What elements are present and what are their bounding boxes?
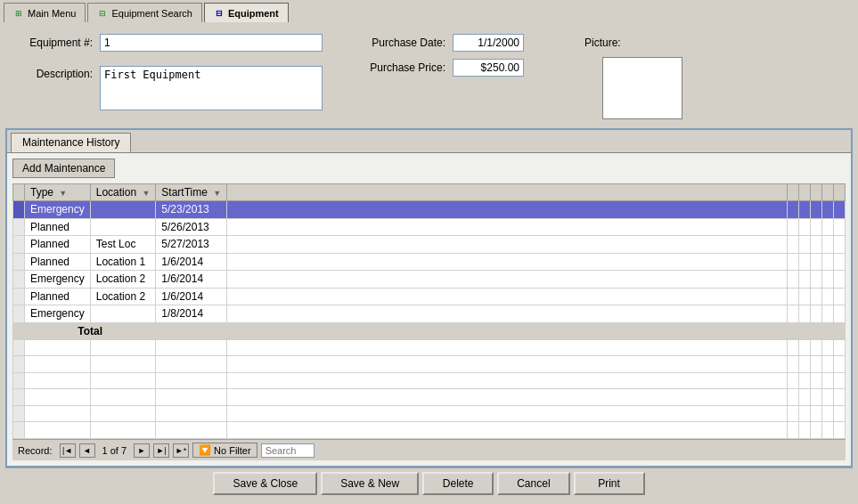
empty-cell <box>13 389 25 405</box>
cell-starttime[interactable]: 1/6/2014 <box>156 253 227 271</box>
save-close-button[interactable]: Save & Close <box>213 472 317 495</box>
cell-starttime[interactable]: 5/26/2013 <box>156 218 227 236</box>
cell-extra <box>834 253 846 271</box>
empty-row <box>13 356 846 372</box>
table-wrapper: Type ▼ Location ▼ StartTime ▼ <box>12 183 846 439</box>
cell-type[interactable]: Planned <box>25 218 91 236</box>
purchase-price-input[interactable] <box>453 59 524 77</box>
cell-starttime[interactable]: 1/6/2014 <box>156 271 227 289</box>
empty-cell <box>834 372 846 388</box>
save-new-button[interactable]: Save & New <box>321 472 419 495</box>
cell-extra <box>811 218 822 236</box>
cell-type[interactable]: Emergency <box>25 201 91 219</box>
maintenance-history-tab[interactable]: Maintenance History <box>11 133 131 152</box>
extra-col3 <box>799 184 811 201</box>
empty-cell <box>834 340 846 356</box>
no-filter-button[interactable]: 🔽 No Filter <box>192 443 257 458</box>
tab-equipment-label: Equipment <box>228 8 279 19</box>
table-row[interactable]: PlannedTest Loc5/27/2013 <box>13 236 846 254</box>
form-area: Equipment #: Purchase Date: Picture: Des… <box>5 28 853 125</box>
nav-new-button[interactable]: ►* <box>173 443 189 458</box>
table-row[interactable]: Emergency5/23/2013 <box>13 201 846 219</box>
nav-next-button[interactable]: ► <box>134 443 150 458</box>
tab-equipment-search-label: Equipment Search <box>111 8 192 19</box>
tab-equipment[interactable]: ⊟ Equipment <box>204 3 289 22</box>
cell-location[interactable] <box>90 218 156 236</box>
empty-cell <box>811 372 822 388</box>
purchase-date-label: Purchase Date: <box>365 37 445 49</box>
table-row[interactable]: Planned5/26/2013 <box>13 218 846 236</box>
cell-extra <box>799 236 811 254</box>
empty-cell <box>788 356 799 372</box>
empty-cell <box>788 372 799 388</box>
empty-cell <box>799 356 811 372</box>
add-maintenance-button[interactable]: Add Maintenance <box>12 159 115 178</box>
tab-equipment-search[interactable]: ⊟ Equipment Search <box>87 3 202 22</box>
table-row[interactable]: EmergencyLocation 21/6/2014 <box>13 271 846 289</box>
tab-main-menu[interactable]: ⊞ Main Menu <box>4 3 86 22</box>
empty-cell <box>13 356 25 372</box>
record-info: 1 of 7 <box>102 445 127 456</box>
location-column-header[interactable]: Location ▼ <box>90 184 156 201</box>
cell-extra <box>834 288 846 305</box>
delete-button[interactable]: Delete <box>422 472 494 495</box>
purchase-date-input[interactable] <box>453 34 524 52</box>
empty-cell <box>13 405 25 421</box>
empty-cell <box>799 405 811 421</box>
empty-cell <box>822 356 834 372</box>
cell-location[interactable]: Location 2 <box>90 288 156 305</box>
maintenance-table: Type ▼ Location ▼ StartTime ▼ <box>12 183 846 439</box>
table-header: Type ▼ Location ▼ StartTime ▼ <box>13 184 846 201</box>
empty-cell <box>811 389 822 405</box>
cell-extra <box>834 218 846 236</box>
print-button[interactable]: Print <box>574 472 645 495</box>
cell-type[interactable]: Planned <box>25 253 91 271</box>
extra-col1 <box>227 184 788 201</box>
cell-extra <box>822 305 834 323</box>
cancel-button[interactable]: Cancel <box>497 472 569 495</box>
cell-extra <box>811 271 822 289</box>
empty-cell <box>90 422 156 439</box>
extra-col4 <box>811 184 822 201</box>
nav-prev-button[interactable]: ◄ <box>79 443 95 458</box>
total-extra <box>834 322 846 340</box>
empty-cell <box>811 356 822 372</box>
empty-cell <box>834 356 846 372</box>
cell-extra <box>811 288 822 305</box>
search-input[interactable] <box>261 443 315 458</box>
cell-type[interactable]: Planned <box>25 236 91 254</box>
empty-cell <box>25 405 91 421</box>
cell-type[interactable]: Planned <box>25 288 91 305</box>
table-row[interactable]: PlannedLocation 11/6/2014 <box>13 253 846 271</box>
cell-extra <box>227 218 788 236</box>
nav-first-button[interactable]: |◄ <box>60 443 76 458</box>
nav-last-button[interactable]: ►| <box>153 443 169 458</box>
empty-cell <box>25 340 91 356</box>
row-selector <box>13 271 25 289</box>
type-column-header[interactable]: Type ▼ <box>25 184 91 201</box>
purchase-price-label: Purchase Price: <box>365 61 445 74</box>
cell-type[interactable]: Emergency <box>25 305 91 323</box>
cell-starttime[interactable]: 1/8/2014 <box>156 305 227 323</box>
extra-col5 <box>822 184 834 201</box>
cell-location[interactable] <box>90 305 156 323</box>
table-row[interactable]: PlannedLocation 21/6/2014 <box>13 288 846 305</box>
cell-extra <box>799 218 811 236</box>
cell-extra <box>799 288 811 305</box>
cell-location[interactable]: Location 2 <box>90 271 156 289</box>
table-row[interactable]: Emergency1/8/2014 <box>13 305 846 323</box>
empty-cell <box>227 340 788 356</box>
cell-type[interactable]: Emergency <box>25 271 91 289</box>
equipment-number-input[interactable] <box>100 34 323 52</box>
cell-extra <box>799 305 811 323</box>
starttime-column-header[interactable]: StartTime ▼ <box>156 184 227 201</box>
total-extra <box>788 322 799 340</box>
cell-location[interactable] <box>90 201 156 219</box>
cell-location[interactable]: Test Loc <box>90 236 156 254</box>
cell-location[interactable]: Location 1 <box>90 253 156 271</box>
cell-starttime[interactable]: 5/27/2013 <box>156 236 227 254</box>
description-input[interactable]: First Equipment <box>100 66 323 110</box>
cell-starttime[interactable]: 1/6/2014 <box>156 288 227 305</box>
cell-starttime[interactable]: 5/23/2013 <box>156 201 227 219</box>
cell-extra <box>799 271 811 289</box>
